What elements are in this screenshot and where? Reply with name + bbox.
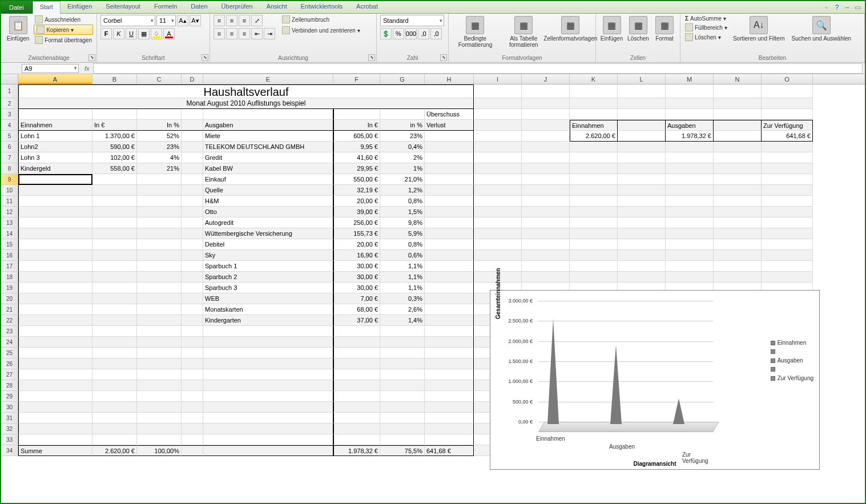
cell[interactable] [333, 337, 380, 348]
cell[interactable] [333, 326, 380, 337]
cell[interactable]: Lohn 1 [18, 131, 92, 142]
cell[interactable] [425, 293, 474, 304]
cell[interactable] [714, 84, 762, 98]
cell[interactable] [522, 228, 570, 239]
cell[interactable] [618, 84, 666, 98]
cell[interactable] [137, 413, 182, 424]
cell[interactable] [333, 391, 380, 402]
cell[interactable]: Wüttembergische Versicherung [203, 228, 333, 239]
cell[interactable] [203, 391, 333, 402]
cell[interactable] [618, 120, 666, 131]
cell[interactable] [18, 109, 92, 120]
cell[interactable] [92, 272, 137, 283]
cell[interactable] [666, 152, 714, 163]
italic-button[interactable]: K [113, 28, 124, 39]
cell[interactable] [522, 261, 570, 272]
cell[interactable]: Ausgaben [666, 120, 714, 131]
cell[interactable] [425, 207, 474, 217]
cell[interactable] [203, 434, 333, 445]
cell[interactable] [18, 239, 92, 250]
cell[interactable] [182, 293, 203, 304]
cell[interactable] [618, 163, 666, 174]
cell[interactable] [425, 250, 474, 261]
format-painter-button[interactable]: Format übertragen [34, 35, 93, 45]
row-header[interactable]: 20 [1, 293, 18, 304]
cell[interactable] [762, 250, 813, 261]
cell[interactable] [714, 261, 762, 272]
cell[interactable] [137, 228, 182, 239]
cell[interactable] [618, 109, 666, 120]
cell[interactable]: Kindergeld [18, 163, 92, 174]
cell[interactable] [762, 207, 813, 217]
format-table-button[interactable]: ▦Als Tabelle formatieren [501, 15, 547, 49]
cell[interactable] [18, 358, 92, 369]
cut-button[interactable]: Ausschneiden [34, 15, 93, 24]
cell[interactable] [137, 185, 182, 196]
cell[interactable] [380, 337, 425, 348]
cell[interactable]: in % [380, 120, 425, 131]
chart[interactable]: Gesamteinnahmen 0,00 €500,00 €1.000,00 €… [490, 290, 820, 470]
cell[interactable]: 2.620,00 € [570, 131, 618, 142]
cell[interactable] [18, 326, 92, 337]
increase-decimal-icon[interactable]: ,0 [418, 28, 429, 39]
row-header[interactable]: 23 [1, 326, 18, 337]
cell[interactable] [182, 304, 203, 315]
cell[interactable] [522, 196, 570, 207]
cell[interactable] [522, 239, 570, 250]
col-header-L[interactable]: L [618, 74, 666, 84]
cell[interactable] [714, 250, 762, 261]
cell[interactable] [618, 217, 666, 228]
cell[interactable]: Monatskarten [203, 304, 333, 315]
cell[interactable] [762, 196, 813, 207]
cell[interactable] [618, 174, 666, 185]
cell[interactable]: 20,00 € [333, 196, 380, 207]
cell[interactable] [762, 174, 813, 185]
cell[interactable] [92, 402, 137, 413]
row-header[interactable]: 5 [1, 131, 18, 142]
tab-seitenlayout[interactable]: Seitenlayout [99, 1, 147, 14]
col-header-K[interactable]: K [570, 74, 618, 84]
cell[interactable]: 0,6% [380, 250, 425, 261]
cell[interactable]: 2.620,00 € [92, 445, 137, 456]
cell[interactable]: 2,6% [380, 304, 425, 315]
cell[interactable] [762, 261, 813, 272]
cell[interactable] [570, 261, 618, 272]
row-header[interactable]: 10 [1, 185, 18, 196]
cell[interactable] [474, 131, 522, 142]
minimize-ribbon-icon[interactable]: ◦ [823, 3, 831, 11]
cell[interactable]: 1,1% [380, 261, 425, 272]
cell[interactable] [92, 196, 137, 207]
cell-styles-button[interactable]: ▦Zellenformatvorlagen [549, 15, 592, 43]
increase-font-icon[interactable]: A▴ [177, 15, 188, 26]
cell[interactable]: 0,8% [380, 239, 425, 250]
cell[interactable] [666, 250, 714, 261]
cell[interactable] [137, 293, 182, 304]
cell[interactable] [522, 152, 570, 163]
cell[interactable] [474, 174, 522, 185]
cell[interactable] [380, 380, 425, 391]
cell[interactable] [618, 131, 666, 142]
cell[interactable] [92, 174, 137, 185]
find-select-button[interactable]: 🔍Suchen und Auswählen [790, 15, 854, 43]
cell[interactable] [522, 131, 570, 142]
tab-start[interactable]: Start [33, 1, 61, 14]
row-header[interactable]: 26 [1, 358, 18, 369]
cell[interactable] [570, 239, 618, 250]
col-header-J[interactable]: J [522, 74, 570, 84]
cell[interactable]: Verlust [425, 120, 474, 131]
tab-daten[interactable]: Daten [184, 1, 214, 14]
cell[interactable] [333, 434, 380, 445]
cell[interactable]: 641,68 € [762, 131, 813, 142]
formula-bar[interactable] [93, 63, 863, 74]
cell[interactable]: 20,00 € [333, 239, 380, 250]
col-header-A[interactable]: A [18, 74, 92, 84]
cell[interactable] [203, 337, 333, 348]
align-bottom-icon[interactable]: ≡ [239, 15, 250, 26]
cell[interactable] [18, 402, 92, 413]
subtitle-cell[interactable]: Monat August 2010 Auflistungs beispiel [18, 98, 474, 109]
cell[interactable] [425, 402, 474, 413]
cell[interactable]: 1.370,00 € [92, 131, 137, 142]
cell[interactable] [182, 283, 203, 293]
row-header[interactable]: 30 [1, 402, 18, 413]
cell[interactable] [570, 152, 618, 163]
